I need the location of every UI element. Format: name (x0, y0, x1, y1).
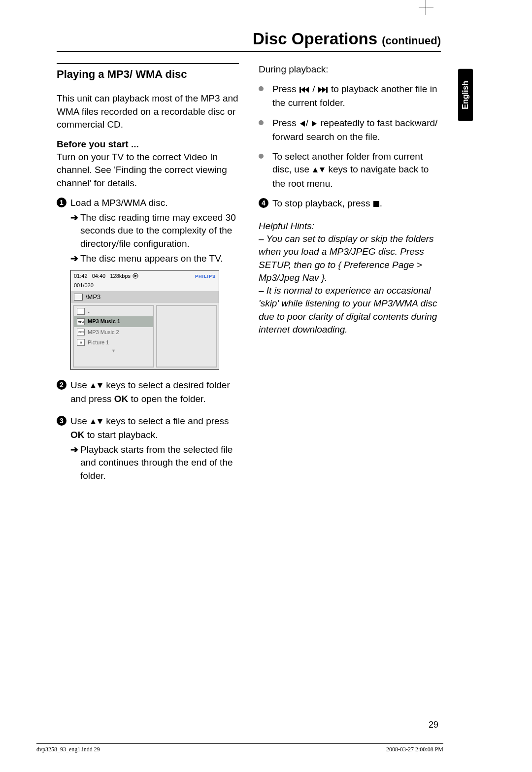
ok-key: OK (70, 430, 85, 440)
page-title-main: Disc Operations (253, 30, 377, 48)
step-2-pre: Use (70, 380, 90, 390)
language-tab: English (458, 69, 473, 121)
step-2-tail: to open the folder. (131, 394, 206, 404)
step-4-pre: To stop playback, press (272, 198, 373, 208)
tv-row-selected: MP3 MP3 Music 1 (74, 316, 153, 327)
step-1-result-a: ➔ The disc reading time may exceed 30 se… (57, 211, 239, 250)
footer-timestamp: 2008-03-27 2:00:08 PM (386, 746, 443, 753)
arrow-icon: ➔ (70, 252, 78, 265)
step-3-tail: to start playback. (87, 430, 158, 440)
footer-file: dvp3258_93_eng1.indd 29 (36, 746, 100, 753)
tv-scroll-down-icon: ▼ (74, 348, 153, 354)
tv-statusbar: 01:42 04:40 128kbps PHILIPS (71, 270, 219, 282)
folder-icon (77, 308, 85, 315)
step-1a-text: The disc reading time may exceed 30 seco… (80, 212, 236, 248)
svg-marker-9 (318, 87, 322, 93)
svg-marker-5 (98, 419, 102, 424)
tv-row-3-label: Picture 1 (88, 339, 109, 346)
up-down-keys-icon (90, 380, 103, 393)
intro-text: This unit can playback most of the MP3 a… (57, 92, 239, 131)
step-number-2: 2 (57, 380, 66, 390)
right-column: During playback: Press / to playback ano… (259, 63, 441, 484)
arrow-icon: ➔ (70, 443, 78, 456)
tv-row-up: .. (74, 306, 153, 316)
bullet-icon (259, 86, 264, 91)
svg-marker-8 (305, 87, 309, 93)
next-track-icon (318, 84, 329, 97)
svg-marker-12 (300, 121, 305, 127)
svg-marker-2 (91, 383, 96, 388)
tv-file-list: .. MP3 MP3 Music 1 MP3 MP3 Music 2 ◉ P (73, 305, 154, 368)
before-text: Turn on your TV to the correct Video In … (57, 152, 227, 188)
tv-counter: 001/020 (71, 282, 219, 291)
stop-icon (373, 198, 380, 211)
step-4-post: . (380, 198, 382, 208)
tv-row-2-label: MP3 Music 2 (88, 329, 119, 336)
tv-path-text: \MP3 (86, 293, 100, 302)
svg-marker-7 (301, 87, 305, 93)
hints-label: Helpful Hints: (259, 221, 314, 231)
hint-2: – It is normal to experience an occasion… (259, 285, 437, 335)
crop-marks (419, 0, 433, 15)
step-number-4: 4 (259, 198, 268, 208)
step-number-1: 1 (57, 198, 66, 207)
left-column: Playing a MP3/ WMA disc This unit can pl… (57, 63, 239, 484)
mp3-file-icon: MP3 (77, 318, 85, 325)
step-4: 4 To stop playback, press . (259, 197, 441, 211)
arrow-icon: ➔ (70, 211, 78, 224)
step-3a-text: Playback starts from the selected file a… (80, 444, 233, 480)
bullet-icon (259, 154, 264, 159)
step-2: 2 Use keys to select a desired folder an… (57, 379, 239, 405)
during-playback-label: During playback: (259, 63, 441, 76)
svg-marker-3 (98, 383, 102, 388)
bullet-search: Press / repeatedly to fast backward/ for… (259, 117, 441, 143)
b1-pre: Press (272, 84, 299, 94)
step-1-text: Load a MP3/WMA disc. (70, 198, 167, 208)
ok-key: OK (114, 394, 129, 404)
mp3-file-icon: MP3 (77, 329, 85, 336)
step-3-result: ➔ Playback starts from the selected file… (57, 443, 239, 482)
folder-icon (74, 294, 83, 301)
tv-row-3: ◉ Picture 1 (74, 337, 153, 348)
before-label: Before you start ... (57, 139, 139, 149)
step-number-3: 3 (57, 416, 66, 426)
helpful-hints: Helpful Hints: – You can set to display … (259, 220, 441, 336)
step-3: 3 Use keys to select a file and press OK… (57, 415, 239, 441)
play-status-icon (132, 273, 139, 281)
tv-row-2: MP3 MP3 Music 2 (74, 327, 153, 337)
prev-track-icon (299, 84, 310, 97)
tv-time-elapsed: 01:42 (74, 273, 88, 279)
tv-screenshot: 01:42 04:40 128kbps PHILIPS 001/020 \MP3 (70, 270, 219, 370)
svg-rect-11 (326, 87, 328, 93)
step-1: 1 Load a MP3/WMA disc. (57, 197, 239, 209)
picture-file-icon: ◉ (77, 339, 85, 346)
tv-path-bar: \MP3 (71, 291, 219, 303)
tv-preview-pane (156, 305, 217, 368)
svg-marker-15 (320, 168, 325, 172)
tv-bitrate: 128kbps (110, 273, 131, 279)
page-number: 29 (429, 720, 438, 730)
hint-1: – You can set to display or skip the fol… (259, 234, 434, 283)
step-1-result-b: ➔ The disc menu appears on the TV. (57, 252, 239, 265)
print-footer: dvp3258_93_eng1.indd 29 2008-03-27 2:00:… (36, 743, 443, 753)
svg-marker-10 (322, 87, 326, 93)
tv-row-1-label: MP3 Music 1 (88, 318, 120, 325)
svg-marker-4 (91, 419, 96, 424)
svg-marker-13 (312, 121, 317, 127)
tv-row-up-label: .. (88, 307, 91, 315)
up-down-keys-icon (90, 416, 103, 429)
before-you-start: Before you start ... Turn on your TV to … (57, 138, 239, 190)
step-3-pre: Use (70, 416, 90, 426)
bullet-icon (259, 120, 264, 125)
up-down-keys-icon (312, 164, 326, 177)
page-title-continued: (continued) (382, 34, 441, 47)
page-content: Disc Operations (continued) Playing a MP… (57, 30, 441, 484)
rewind-icon (299, 118, 306, 131)
bullet-prev-next: Press / to playback another file in the … (259, 83, 441, 109)
svg-marker-1 (134, 274, 137, 277)
section-heading: Playing a MP3/ WMA disc (57, 63, 239, 85)
tv-time-total: 04:40 (92, 273, 106, 279)
svg-rect-16 (373, 201, 379, 207)
step-1b-text: The disc menu appears on the TV. (80, 253, 223, 264)
bullet-folder-nav: To select another folder from current di… (259, 150, 441, 190)
